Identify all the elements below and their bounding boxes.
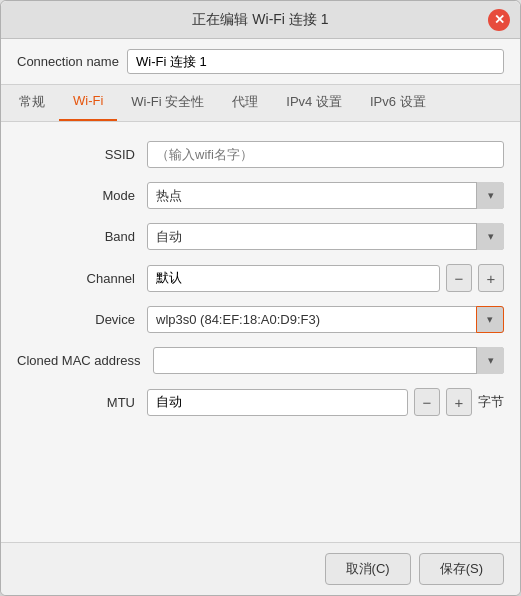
connection-name-row: Connection name [1,39,520,85]
connection-name-label: Connection name [17,54,127,69]
channel-minus-button[interactable]: − [446,264,472,292]
mtu-spinbox: − + 字节 [147,388,504,416]
mode-select-wrapper: 热点 ▾ [147,182,504,209]
mode-control: 热点 ▾ [147,182,504,209]
device-label: Device [17,312,147,327]
band-control: 自动 ▾ [147,223,504,250]
mtu-unit-label: 字节 [478,393,504,411]
cancel-button[interactable]: 取消(C) [325,553,411,585]
ssid-input[interactable] [147,141,504,168]
channel-control: − + [147,264,504,292]
tab-general[interactable]: 常规 [5,85,59,121]
cloned-mac-input[interactable] [153,347,504,374]
ssid-control [147,141,504,168]
band-select[interactable]: 自动 [147,223,504,250]
mtu-input[interactable] [147,389,408,416]
tab-wifi[interactable]: Wi-Fi [59,85,117,121]
mtu-row: MTU − + 字节 [1,381,520,423]
tab-proxy[interactable]: 代理 [218,85,272,121]
close-button[interactable]: ✕ [488,9,510,31]
channel-label: Channel [17,271,147,286]
mtu-label: MTU [17,395,147,410]
mtu-minus-button[interactable]: − [414,388,440,416]
save-button[interactable]: 保存(S) [419,553,504,585]
cloned-mac-row: Cloned MAC address ▾ [1,340,520,381]
band-label: Band [17,229,147,244]
tab-ipv6[interactable]: IPv6 设置 [356,85,440,121]
channel-spinbox: − + [147,264,504,292]
mode-row: Mode 热点 ▾ [1,175,520,216]
device-select[interactable]: wlp3s0 (84:EF:18:A0:D9:F3) [147,306,504,333]
tab-content: SSID Mode 热点 ▾ Band [1,122,520,542]
footer: 取消(C) 保存(S) [1,542,520,595]
tab-ipv4[interactable]: IPv4 设置 [272,85,356,121]
channel-input[interactable] [147,265,440,292]
mtu-plus-button[interactable]: + [446,388,472,416]
titlebar: 正在编辑 Wi-Fi 连接 1 ✕ [1,1,520,39]
cloned-mac-select-wrapper: ▾ [153,347,504,374]
band-select-wrapper: 自动 ▾ [147,223,504,250]
cloned-mac-label: Cloned MAC address [17,353,153,368]
mode-label: Mode [17,188,147,203]
channel-plus-button[interactable]: + [478,264,504,292]
channel-row: Channel − + [1,257,520,299]
ssid-row: SSID [1,134,520,175]
tab-wifi-security[interactable]: Wi-Fi 安全性 [117,85,218,121]
ssid-label: SSID [17,147,147,162]
dialog: 正在编辑 Wi-Fi 连接 1 ✕ Connection name 常规 Wi-… [0,0,521,596]
band-row: Band 自动 ▾ [1,216,520,257]
mode-select[interactable]: 热点 [147,182,504,209]
device-control: wlp3s0 (84:EF:18:A0:D9:F3) ▾ [147,306,504,333]
dialog-title: 正在编辑 Wi-Fi 连接 1 [192,11,328,29]
connection-name-input[interactable] [127,49,504,74]
cloned-mac-control: ▾ [153,347,504,374]
device-select-wrapper: wlp3s0 (84:EF:18:A0:D9:F3) ▾ [147,306,504,333]
mtu-control: − + 字节 [147,388,504,416]
tabbar: 常规 Wi-Fi Wi-Fi 安全性 代理 IPv4 设置 IPv6 设置 [1,85,520,122]
device-row: Device wlp3s0 (84:EF:18:A0:D9:F3) ▾ [1,299,520,340]
